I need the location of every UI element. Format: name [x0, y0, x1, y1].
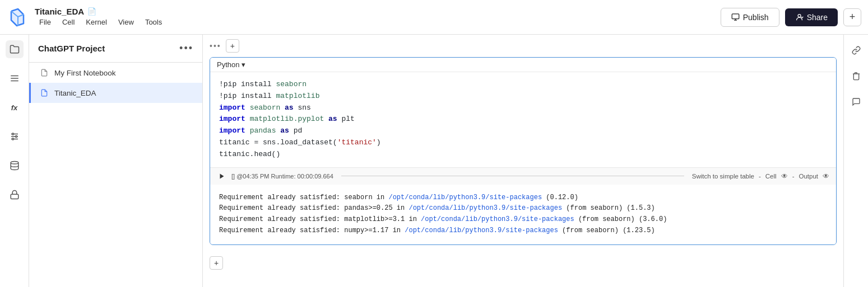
notebook-icon-2 [40, 88, 49, 97]
cell-toolbar: ••• + [203, 35, 843, 57]
sidebar-item-label-1: My First Notebook [54, 69, 116, 77]
menu-file[interactable]: File [35, 16, 55, 28]
sidebar-item-titanic-eda[interactable]: Titanic_EDA [29, 83, 202, 103]
icon-rail: fx [0, 35, 29, 287]
output-line-2: Requirement already satisfied: pandas>=0… [219, 203, 827, 214]
menu-bar: File Cell Kernel View Tools [35, 16, 166, 28]
files-icon[interactable] [6, 40, 24, 58]
add-cell-below-button[interactable]: + [210, 256, 223, 270]
svg-point-12 [11, 162, 18, 164]
output-text: Requirement already satisfied: seaborn i… [210, 185, 836, 244]
cell-add-above-button[interactable]: + [226, 39, 239, 53]
publish-icon [731, 13, 740, 21]
menu-tools[interactable]: Tools [141, 16, 166, 28]
topbar-actions: Publish Share + [721, 8, 861, 27]
run-indicator: [] @04:35 PM Runtime: 00:00:09.664 [231, 173, 333, 180]
notebook-title-area: Titanic_EDA 📄 File Cell Kernel View Tool… [35, 7, 166, 28]
code-line-1: !pip install seaborn [219, 79, 827, 91]
logo-icon [7, 7, 28, 28]
language-selector[interactable]: Python ▾ [217, 60, 245, 69]
code-line-4: import matplotlib.pyplot as plt [219, 114, 827, 125]
cell-area: ••• + Python ▾ !pip install seaborn !pip… [203, 35, 843, 287]
code-line-2: !pip install matplotlib [219, 91, 827, 102]
comment-icon[interactable] [848, 94, 864, 110]
language-label: Python [217, 60, 239, 69]
database-icon[interactable] [6, 157, 24, 175]
output-divider [341, 176, 684, 176]
sidebar: ChatGPT Project ••• My First Notebook Ti… [29, 35, 203, 287]
output-line-4: Requirement already satisfied: numpy>=1.… [219, 225, 827, 237]
sidebar-item-label-2: Titanic_EDA [54, 89, 96, 97]
svg-point-10 [15, 136, 17, 138]
output-line-1: Requirement already satisfied: seaborn i… [219, 192, 827, 204]
link-icon[interactable] [848, 43, 864, 58]
sidebar-header: ChatGPT Project ••• [29, 35, 202, 63]
code-line-7: titanic.head() [219, 149, 827, 161]
code-line-5: import pandas as pd [219, 125, 827, 137]
cell-label: Cell [765, 173, 777, 180]
notebook-icon-1 [40, 68, 49, 77]
formula-icon[interactable]: fx [6, 98, 24, 116]
cell-container: Python ▾ !pip install seaborn !pip insta… [210, 57, 837, 245]
menu-cell[interactable]: Cell [58, 16, 79, 28]
notebook-name-label: Titanic_EDA [35, 7, 84, 16]
sidebar-item-my-first-notebook[interactable]: My First Notebook [29, 63, 202, 83]
delete-icon[interactable] [848, 68, 864, 84]
svg-marker-14 [220, 173, 224, 178]
cell-output-dash: - [759, 173, 761, 180]
run-button[interactable] [217, 171, 227, 181]
share-icon [795, 13, 804, 21]
publish-label: Publish [743, 13, 769, 22]
notebook-title: Titanic_EDA 📄 [35, 7, 166, 16]
chevron-down-icon: ▾ [242, 60, 245, 69]
sidebar-title: ChatGPT Project [38, 44, 105, 53]
notebook-file-icon: 📄 [87, 7, 96, 16]
share-button[interactable]: Share [785, 8, 838, 26]
add-row-below: + [203, 252, 843, 274]
svg-rect-1 [732, 14, 739, 19]
svg-rect-13 [11, 194, 18, 199]
cell-toolbar-dots[interactable]: ••• [210, 41, 221, 50]
cell-eye-icon[interactable]: 👁 [781, 172, 788, 180]
list-icon[interactable] [6, 69, 24, 87]
share-label: Share [807, 13, 828, 22]
sliders-icon[interactable] [6, 128, 24, 145]
publish-button[interactable]: Publish [721, 8, 779, 27]
code-line-3: import seaborn as sns [219, 102, 827, 114]
menu-view[interactable]: View [114, 16, 138, 28]
cell-code-editor[interactable]: !pip install seaborn !pip install matplo… [210, 72, 836, 167]
svg-point-11 [12, 138, 13, 140]
menu-kernel[interactable]: Kernel [81, 16, 112, 28]
sidebar-more-button[interactable]: ••• [179, 43, 193, 54]
output-label-text: Output [799, 173, 818, 180]
svg-point-9 [12, 133, 13, 135]
output-eye-icon[interactable]: 👁 [823, 172, 829, 180]
switch-simple-button[interactable]: Switch to simple table [692, 173, 754, 180]
code-line-6: titanic = sns.load_dataset('titanic') [219, 137, 827, 149]
main-layout: fx ChatGPT Project ••• My First Notebook… [0, 35, 868, 287]
right-rail [843, 35, 868, 287]
add-button[interactable]: + [843, 8, 861, 26]
output-row: [] @04:35 PM Runtime: 00:00:09.664 Switc… [210, 167, 836, 185]
lock-icon[interactable] [6, 186, 24, 204]
cell-header: Python ▾ [210, 58, 836, 72]
topbar: Titanic_EDA 📄 File Cell Kernel View Tool… [0, 0, 868, 35]
output-line-3: Requirement already satisfied: matplotli… [219, 214, 827, 225]
output-dash-2: - [792, 173, 795, 180]
svg-point-2 [798, 15, 801, 17]
